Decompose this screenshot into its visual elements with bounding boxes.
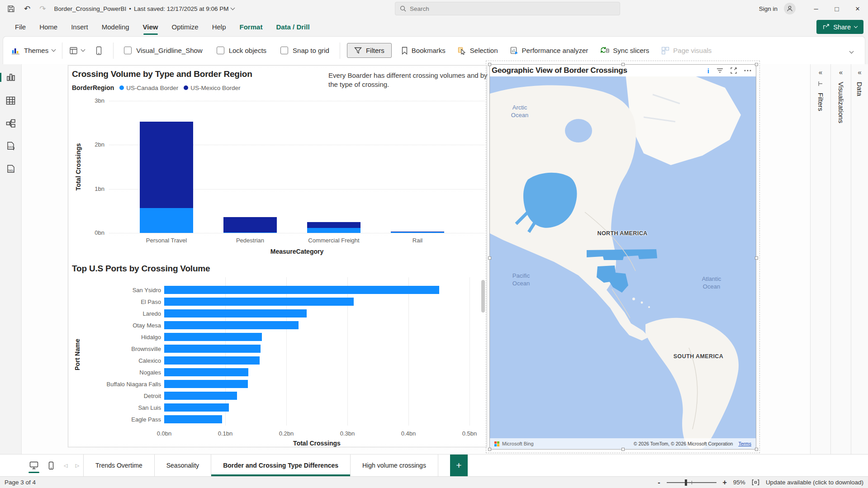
zoom-slider-thumb[interactable] [685, 479, 687, 486]
selection-handle[interactable] [755, 448, 758, 451]
mobile-view-icon[interactable] [43, 455, 60, 476]
bar-detroit[interactable] [164, 392, 237, 400]
menu-optimize[interactable]: Optimize [165, 17, 205, 36]
column-segment-us-mexico-border-personal-travel[interactable] [140, 122, 193, 208]
sign-in-link[interactable]: Sign in [759, 5, 778, 12]
minimize-button[interactable]: ─ [806, 0, 826, 17]
checkbox-box[interactable] [280, 47, 288, 54]
menu-file[interactable]: File [8, 17, 33, 36]
column-segment-us-canada-border-pedestrian[interactable] [223, 232, 277, 233]
zoom-in-button[interactable]: + [723, 479, 727, 487]
ribbon-button-bookmarks[interactable]: Bookmarks [401, 47, 446, 55]
ribbon-button-filters[interactable]: Filters [347, 43, 392, 58]
update-available-link[interactable]: Update available (click to download) [766, 479, 863, 486]
bar-calexico[interactable] [164, 356, 260, 365]
bar-san-ysidro[interactable] [164, 286, 439, 294]
checkbox-box[interactable] [124, 47, 132, 54]
sidebar-dax-query-view-icon[interactable]: DAX [0, 141, 22, 152]
legend-item-us-canada-border[interactable]: US-Canada Border [119, 85, 178, 91]
pane-visualizations[interactable]: « Visualizations [830, 64, 851, 454]
sidebar-model-view-icon[interactable] [0, 118, 22, 129]
map-visual[interactable]: Geographic View of Border Crossings i [489, 64, 756, 450]
sidebar-report-view-icon[interactable] [0, 71, 22, 83]
expand-filters-icon[interactable]: « [819, 69, 822, 76]
ribbon-button-sync-slicers[interactable]: Sync slicers [600, 47, 649, 55]
save-icon[interactable] [7, 5, 15, 13]
bar-nogales[interactable] [164, 368, 248, 376]
bar-eagle-pass[interactable] [164, 415, 222, 423]
ribbon-button-performance-analyzer[interactable]: Performance analyzer [510, 47, 588, 55]
bar-laredo[interactable] [164, 309, 307, 317]
menu-data-drill[interactable]: Data / Drill [269, 17, 316, 36]
sidebar-tmdl-view-icon[interactable]: TMDL [0, 164, 22, 175]
bar-otay-mesa[interactable] [164, 321, 299, 329]
selection-handle[interactable] [755, 256, 758, 260]
expand-visualizations-icon[interactable]: « [839, 69, 843, 76]
page-tab-border-and-crossing-type-differences[interactable]: Border and Crossing Type Differences [211, 455, 351, 476]
page-view-button[interactable] [69, 47, 85, 55]
selection-handle[interactable] [488, 63, 491, 66]
selection-handle[interactable] [621, 63, 625, 66]
ports-chart-scrollbar[interactable] [481, 280, 485, 313]
selection-handle[interactable] [488, 256, 491, 260]
column-segment-us-canada-border-personal-travel[interactable] [140, 208, 193, 233]
menu-modeling[interactable]: Modeling [95, 17, 136, 36]
menu-insert[interactable]: Insert [64, 17, 95, 36]
menu-help[interactable]: Help [205, 17, 233, 36]
new-page-button[interactable]: + [450, 455, 468, 476]
fit-to-page-icon[interactable] [752, 479, 759, 485]
next-page-arrow[interactable]: ▷ [71, 455, 83, 476]
column-segment-us-mexico-border-commercial-freight[interactable] [307, 222, 360, 228]
checkbox-box[interactable] [217, 47, 224, 54]
bar-hidalgo[interactable] [164, 333, 262, 341]
page-tab-seasonality[interactable]: Seasonality [155, 455, 211, 476]
close-button[interactable]: ✕ [847, 0, 868, 17]
menu-view[interactable]: View [136, 17, 165, 36]
title-dropdown-icon[interactable] [231, 5, 235, 10]
column-segment-us-mexico-border-pedestrian[interactable] [223, 217, 277, 232]
menu-home[interactable]: Home [33, 17, 64, 36]
expand-data-icon[interactable]: « [858, 69, 861, 76]
column-segment-us-mexico-border-rail[interactable] [391, 232, 444, 232]
sidebar-table-view-icon[interactable] [0, 95, 22, 106]
pane-filters[interactable]: « Filters [810, 64, 830, 454]
charts-group-visual[interactable]: Crossing Volume by Type and Border Regio… [68, 65, 487, 447]
bar-brownsville[interactable] [164, 345, 261, 353]
menu-format[interactable]: Format [233, 17, 270, 36]
page-tab-high-volume-crossings[interactable]: High volume crossings [351, 455, 438, 476]
page-tab-trends-overtime[interactable]: Trends Overtime [83, 455, 155, 476]
bar-san-luis[interactable] [164, 403, 229, 412]
selection-handle[interactable] [755, 63, 758, 66]
mobile-layout-button[interactable] [96, 46, 102, 55]
search-bar[interactable] [395, 2, 620, 15]
search-input[interactable] [410, 5, 615, 12]
info-icon[interactable]: i [707, 67, 709, 75]
maximize-button[interactable]: □ [826, 0, 847, 17]
bar-buffalo-niagara-falls[interactable] [164, 380, 248, 388]
checkbox-snap-to-grid[interactable]: Snap to grid [280, 47, 329, 54]
terms-link[interactable]: Terms [738, 441, 751, 446]
share-button[interactable]: Share [816, 20, 863, 34]
account-avatar[interactable] [784, 3, 796, 14]
column-segment-us-canada-border-commercial-freight[interactable] [307, 228, 360, 233]
column-segment-us-canada-border-rail[interactable] [391, 232, 444, 233]
undo-icon[interactable]: ↶ [24, 5, 30, 13]
checkbox-visual-gridline-show[interactable]: Visual_Gridline_Show [124, 47, 202, 54]
focus-mode-icon[interactable] [730, 67, 737, 74]
selection-handle[interactable] [488, 448, 491, 451]
bar-el-paso[interactable] [164, 298, 354, 306]
more-options-icon[interactable] [744, 70, 751, 71]
desktop-view-icon[interactable] [25, 455, 43, 476]
ribbon-button-selection[interactable]: Selection [458, 47, 498, 55]
ribbon-collapse-chevron[interactable] [850, 47, 853, 55]
insight-textbox[interactable]: Every Boarder has different crossing vol… [328, 71, 488, 90]
ribbon-button-page-visuals[interactable]: Page visuals [661, 47, 711, 55]
zoom-slider[interactable] [667, 479, 716, 486]
pane-data[interactable]: « Data [851, 64, 868, 454]
selection-handle[interactable] [621, 448, 625, 451]
filter-lines-icon[interactable] [716, 68, 723, 73]
previous-page-arrow[interactable]: ◁ [60, 455, 71, 476]
legend-item-us-mexico-border[interactable]: US-Mexico Border [184, 85, 240, 91]
checkbox-lock-objects[interactable]: Lock objects [217, 47, 266, 54]
zoom-out-button[interactable]: - [658, 479, 660, 487]
